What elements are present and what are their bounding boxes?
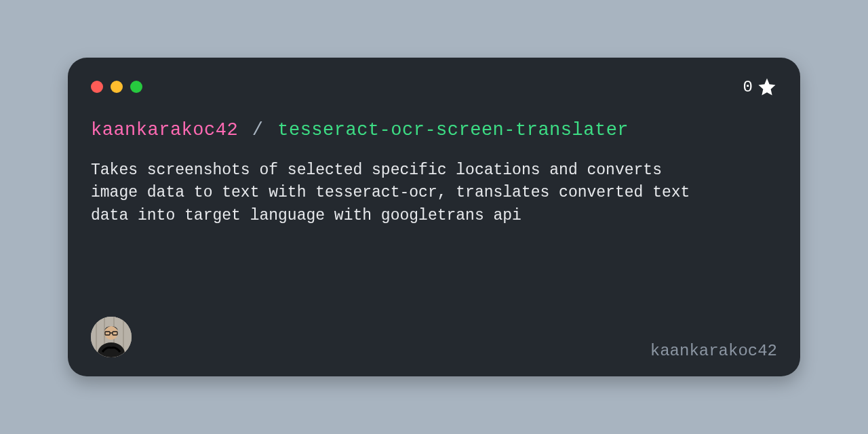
footer-owner: kaankarakoc42 — [650, 342, 777, 360]
traffic-light-zoom-icon — [130, 81, 142, 93]
repo-description: Takes screenshots of selected specific l… — [91, 159, 715, 227]
avatar[interactable] — [91, 317, 132, 357]
star-counter: 0 — [743, 77, 777, 97]
window-traffic-lights — [91, 81, 142, 93]
traffic-light-close-icon — [91, 81, 103, 93]
repo-card: 0 kaankarakoc42 / tesseract-ocr-screen-t… — [68, 58, 800, 376]
repo-separator: / — [252, 120, 264, 140]
repo-name[interactable]: tesseract-ocr-screen-translater — [277, 120, 629, 140]
traffic-light-minimize-icon — [111, 81, 123, 93]
repo-title: kaankarakoc42 / tesseract-ocr-screen-tra… — [91, 120, 777, 140]
repo-owner[interactable]: kaankarakoc42 — [91, 120, 238, 140]
star-count: 0 — [743, 78, 753, 96]
card-topbar: 0 — [91, 78, 777, 96]
star-icon — [757, 77, 777, 97]
